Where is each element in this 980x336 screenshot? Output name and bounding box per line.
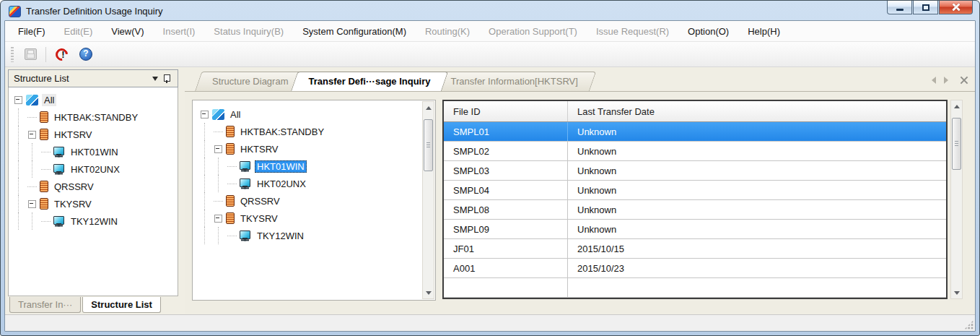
- cell-last-transfer-date: Unknown: [568, 122, 946, 141]
- minimize-icon: [896, 9, 904, 11]
- table-row[interactable]: SMPL03Unknown: [444, 161, 946, 181]
- scroll-up-button[interactable]: [951, 100, 962, 111]
- collapse-toggle[interactable]: [211, 210, 225, 227]
- tree-item-tky12win[interactable]: TKY12WIN: [198, 227, 419, 244]
- menu-item-help[interactable]: Help(H): [738, 22, 789, 41]
- table-row[interactable]: JF012015/10/15: [444, 239, 946, 259]
- tab-scroll-right-button[interactable]: [944, 77, 952, 84]
- tree-item-label: TKY12WIN: [255, 230, 306, 242]
- help-button[interactable]: [76, 45, 95, 64]
- tree-guide: [12, 212, 25, 230]
- collapse-toggle[interactable]: [25, 126, 39, 143]
- tree-item-tky12win[interactable]: TKY12WIN: [12, 212, 176, 230]
- table-row[interactable]: A0012015/10/23: [444, 259, 946, 278]
- tree-item-tkysrv[interactable]: TKYSRV: [198, 210, 419, 227]
- tree-item-tkysrv[interactable]: TKYSRV: [12, 195, 176, 212]
- tab-transfer-information-hktsrv[interactable]: Transfer Information[HKTSRV]: [434, 72, 590, 91]
- collapse-toggle[interactable]: [25, 195, 39, 212]
- app-icon: [9, 6, 21, 17]
- tree-item-label: HKT02UNX: [69, 163, 122, 176]
- tab-navigation: [928, 76, 968, 84]
- tree-connector: [25, 108, 39, 126]
- tab-transfer-definition-usage-inquiry[interactable]: Transfer Defi···sage Inquiry: [291, 72, 442, 91]
- resize-grip[interactable]: [964, 320, 974, 329]
- menu-item-issue-request[interactable]: Issue Request(R): [587, 22, 678, 41]
- tree-item-all[interactable]: All: [198, 105, 419, 123]
- cell-last-transfer-date: 2015/10/23: [568, 259, 946, 277]
- left-panel-bottom-tabs: Transfer In···Structure List: [8, 296, 178, 314]
- menu-item-edit[interactable]: Edit(E): [55, 22, 102, 41]
- tree-guide: [12, 108, 25, 126]
- refresh-button[interactable]: [52, 45, 71, 64]
- panel-pin-button[interactable]: [160, 70, 172, 87]
- tree-guide: [25, 160, 39, 178]
- table-row[interactable]: SMPL08Unknown: [444, 200, 946, 220]
- panel-menu-button[interactable]: [150, 70, 160, 87]
- column-header-last-transfer-date[interactable]: Last Transfer Date: [568, 101, 946, 121]
- column-header-file-id[interactable]: File ID: [444, 101, 568, 121]
- scroll-up-button[interactable]: [423, 102, 434, 113]
- tree-guide: [198, 227, 211, 244]
- menu-item-status-inquiry[interactable]: Status Inquiry(B): [204, 22, 293, 41]
- tree-item-hktbak-standby[interactable]: HKTBAK:STANDBY: [198, 123, 419, 140]
- menu-item-view[interactable]: View(V): [102, 22, 153, 41]
- tree-item-hkt02unx[interactable]: HKT02UNX: [12, 160, 176, 178]
- tree-item-label: QRSSRV: [52, 181, 96, 193]
- scroll-down-button[interactable]: [951, 288, 962, 298]
- tree-item-all[interactable]: All: [12, 91, 176, 108]
- table-row[interactable]: SMPL09Unknown: [444, 220, 946, 239]
- menu-item-option[interactable]: Option(O): [678, 22, 738, 41]
- scrollbar-thumb[interactable]: [424, 119, 433, 171]
- refresh-icon: [55, 48, 69, 61]
- menu-item-insert[interactable]: Insert(I): [154, 22, 205, 41]
- document-tab-strip: Structure DiagramTransfer Defi···sage In…: [185, 71, 975, 91]
- tree-item-label: HKT01WIN: [255, 160, 307, 173]
- tree-item-qrssrv[interactable]: QRSSRV: [198, 192, 419, 210]
- collapse-toggle[interactable]: [198, 105, 211, 123]
- close-icon: [951, 4, 961, 12]
- tree-guide: [25, 212, 39, 230]
- title-bar: Transfer Definition Usage Inquiry: [4, 1, 976, 20]
- tree-item-hktsrv[interactable]: HKTSRV: [198, 140, 419, 158]
- bottom-tab-transfer-information[interactable]: Transfer In···: [9, 297, 81, 313]
- tree-item-hktbak-standby[interactable]: HKTBAK:STANDBY: [12, 108, 176, 126]
- server-icon: [226, 195, 235, 207]
- menu-item-system-configuration[interactable]: System Configuration(M): [293, 22, 416, 41]
- computer-icon: [240, 231, 251, 241]
- tree-item-hktsrv[interactable]: HKTSRV: [12, 126, 176, 143]
- tree-item-qrssrv[interactable]: QRSSRV: [12, 178, 176, 195]
- scrollbar-thumb[interactable]: [952, 118, 961, 170]
- main-structure-tree: AllHKTBAK:STANDBYHKTSRVHKT01WINHKT02UNXQ…: [198, 105, 419, 244]
- tree-guide: [198, 123, 211, 140]
- cell-last-transfer-date: Unknown: [568, 200, 946, 219]
- save-button[interactable]: [21, 45, 40, 64]
- close-button[interactable]: [939, 1, 973, 14]
- scroll-down-button[interactable]: [423, 288, 434, 298]
- collapse-toggle[interactable]: [12, 91, 25, 108]
- tab-scroll-left-button[interactable]: [928, 77, 936, 84]
- maximize-button[interactable]: [913, 1, 938, 14]
- bottom-tab-structure-list[interactable]: Structure List: [82, 297, 161, 313]
- tree-connector: [211, 192, 225, 210]
- toolbar-grip[interactable]: [11, 47, 14, 62]
- collapse-toggle[interactable]: [211, 140, 225, 158]
- tree-item-hkt01win[interactable]: HKT01WIN: [198, 158, 419, 175]
- app-window: Transfer Definition Usage Inquiry File(F…: [0, 0, 980, 336]
- table-row[interactable]: SMPL02Unknown: [444, 142, 946, 161]
- tree-connector: [225, 175, 239, 192]
- window-body: File(F)Edit(E)View(V)Insert(I)Status Inq…: [4, 20, 976, 332]
- tab-close-button[interactable]: [960, 76, 968, 84]
- menu-item-operation-support[interactable]: Operation Support(T): [479, 22, 587, 41]
- table-row[interactable]: SMPL04Unknown: [444, 181, 946, 200]
- menu-item-routing[interactable]: Routing(K): [416, 22, 479, 41]
- tab-structure-diagram[interactable]: Structure Diagram: [195, 72, 299, 91]
- tree-scrollbar[interactable]: [422, 101, 434, 299]
- tree-item-hkt01win[interactable]: HKT01WIN: [12, 143, 176, 160]
- table-row[interactable]: SMPL01Unknown: [444, 122, 946, 142]
- panel-splitter[interactable]: [178, 69, 185, 314]
- tree-item-label: HKTBAK:STANDBY: [238, 126, 326, 138]
- table-scrollbar[interactable]: [950, 100, 963, 299]
- minimize-button[interactable]: [887, 1, 912, 14]
- tree-item-hkt02unx[interactable]: HKT02UNX: [198, 175, 419, 192]
- menu-item-file[interactable]: File(F): [9, 22, 55, 41]
